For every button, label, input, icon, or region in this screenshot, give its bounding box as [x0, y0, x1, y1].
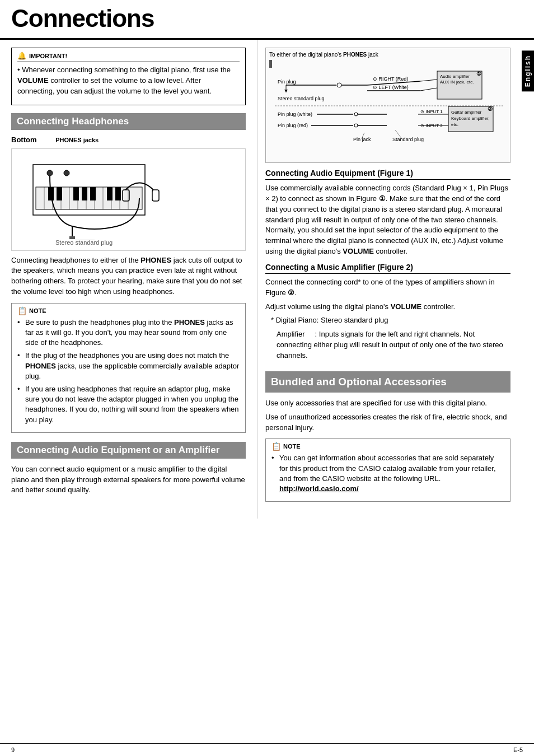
accessories-note-list: You can get information about accessorie… [271, 453, 504, 494]
note-label: 📋 NOTE [17, 306, 240, 315]
bundled-accessories-para1: Use only accessories that are specified … [265, 398, 510, 409]
connection-diagram-svg: Pin plug ⊙ RIGHT (Red) ⊙ LEFT (White) St… [269, 60, 510, 158]
main-content: 🔔 IMPORTANT! • Whenever connecting somet… [0, 40, 534, 519]
english-sidebar: English [522, 50, 534, 91]
svg-text:Standard plug: Standard plug [392, 137, 424, 142]
phones-label: PHONES jacks [55, 137, 99, 143]
conn-audio-fig1-para: Use commercially available connecting co… [265, 183, 510, 257]
svg-text:etc.: etc. [451, 122, 458, 127]
svg-text:Pin plug (white): Pin plug (white) [278, 111, 312, 117]
svg-point-20 [47, 170, 53, 176]
svg-rect-19 [115, 187, 121, 200]
casio-url: http://world.casio.com/ [279, 484, 359, 493]
headphones-para: Connecting headphones to either of the P… [11, 255, 246, 297]
footer-left: 9 [11, 746, 15, 753]
headphones-diagram: Stereo standard plug [11, 148, 246, 251]
sidebar-label: English [524, 55, 532, 87]
asterisk-amplifier: Amplifier : Inputs signals for the left … [277, 329, 510, 361]
important-text: • Whenever connecting something to the d… [17, 65, 240, 97]
svg-text:①: ① [476, 71, 481, 77]
svg-line-43 [420, 88, 437, 91]
bundled-accessories-header: Bundled and Optional Accessories [265, 371, 510, 393]
svg-rect-23 [152, 190, 159, 201]
note-icon-2: 📋 [271, 442, 281, 451]
conn-music-amp-para2: Adjust volume using the digital piano's … [265, 302, 510, 312]
asterisk-digital-piano: * Digital Piano: Stereo standard plug [271, 315, 510, 326]
phones-jack-label: To either of the digital piano's PHONES … [269, 52, 507, 58]
svg-line-42 [420, 80, 437, 81]
note-item-1: Be sure to push the headphones plug into… [17, 318, 240, 348]
page-title-bar: Connections [0, 0, 534, 40]
connecting-audio-para: You can connect audio equipment or a mus… [11, 464, 246, 496]
important-title: IMPORTANT! [29, 53, 67, 59]
svg-text:⊙ INPUT 1: ⊙ INPUT 1 [420, 109, 443, 114]
svg-rect-18 [107, 187, 113, 200]
conn-audio-fig1-header: Connecting Audio Equipment (Figure 1) [265, 169, 510, 180]
footer-right: E-5 [513, 746, 523, 753]
footer-bar: 9 E-5 [0, 743, 534, 756]
asterisk-note: * Digital Piano: Stereo standard plug Am… [271, 315, 510, 361]
left-column: 🔔 IMPORTANT! • Whenever connecting somet… [0, 40, 257, 519]
note-item-2: If the plug of the headphones you are us… [17, 351, 240, 381]
connecting-audio-header: Connecting Audio Equipment or an Amplifi… [11, 442, 246, 459]
accessories-note-label: 📋 NOTE [271, 442, 504, 451]
note-icon: 📋 [17, 306, 27, 315]
svg-marker-29 [284, 90, 288, 92]
svg-point-47 [354, 113, 358, 116]
right-column: To either of the digital piano's PHONES … [257, 40, 522, 519]
bundled-accessories-para2: Use of unauthorized accessories creates … [265, 412, 510, 433]
svg-text:⊙ LEFT (White): ⊙ LEFT (White) [373, 85, 409, 90]
svg-text:Guitar amplifier: Guitar amplifier [451, 110, 482, 115]
headphones-note-box: 📋 NOTE Be sure to push the headphones pl… [11, 303, 246, 433]
svg-text:Stereo standard plug: Stereo standard plug [278, 96, 325, 101]
svg-text:AUX IN jack, etc.: AUX IN jack, etc. [440, 80, 474, 85]
svg-text:Keyboard amplifier,: Keyboard amplifier, [451, 116, 489, 121]
headphones-svg [16, 153, 240, 240]
bottom-label: Bottom [11, 136, 37, 144]
note-item-3: If you are using headphones that require… [17, 384, 240, 425]
connecting-headphones-header: Connecting Headphones [11, 113, 246, 130]
svg-text:⊙ RIGHT (Red): ⊙ RIGHT (Red) [373, 76, 408, 82]
accessories-note-box: 📋 NOTE You can get information about acc… [265, 438, 510, 502]
page-title: Connections [11, 4, 523, 32]
important-box: 🔔 IMPORTANT! • Whenever connecting somet… [11, 48, 246, 105]
svg-rect-25 [69, 236, 75, 239]
accessories-note-item-1: You can get information about accessorie… [271, 453, 504, 494]
svg-rect-15 [73, 187, 79, 200]
svg-point-31 [337, 83, 341, 87]
bottom-label-section: Bottom PHONES jacks [11, 136, 99, 144]
connection-diagram: To either of the digital piano's PHONES … [265, 48, 510, 163]
svg-rect-17 [90, 187, 96, 200]
svg-rect-49 [269, 60, 272, 68]
svg-text:Pin plug: Pin plug [278, 79, 296, 85]
headphones-diagram-section: Bottom PHONES jacks [11, 136, 246, 251]
bell-icon: 🔔 [17, 52, 26, 60]
svg-text:Pin plug (red): Pin plug (red) [278, 123, 308, 128]
important-label: 🔔 IMPORTANT! [17, 52, 240, 62]
conn-music-amp-para1: Connect the connecting cord* to one of t… [265, 277, 510, 298]
svg-rect-16 [82, 187, 87, 200]
svg-text:②: ② [488, 106, 493, 112]
conn-music-amp-header: Connecting a Music Amplifier (Figure 2) [265, 263, 510, 274]
svg-rect-14 [57, 187, 62, 200]
svg-text:Audio amplifier: Audio amplifier [440, 74, 470, 79]
headphones-note-list: Be sure to push the headphones plug into… [17, 318, 240, 425]
svg-point-52 [354, 124, 358, 127]
svg-point-21 [64, 170, 69, 176]
